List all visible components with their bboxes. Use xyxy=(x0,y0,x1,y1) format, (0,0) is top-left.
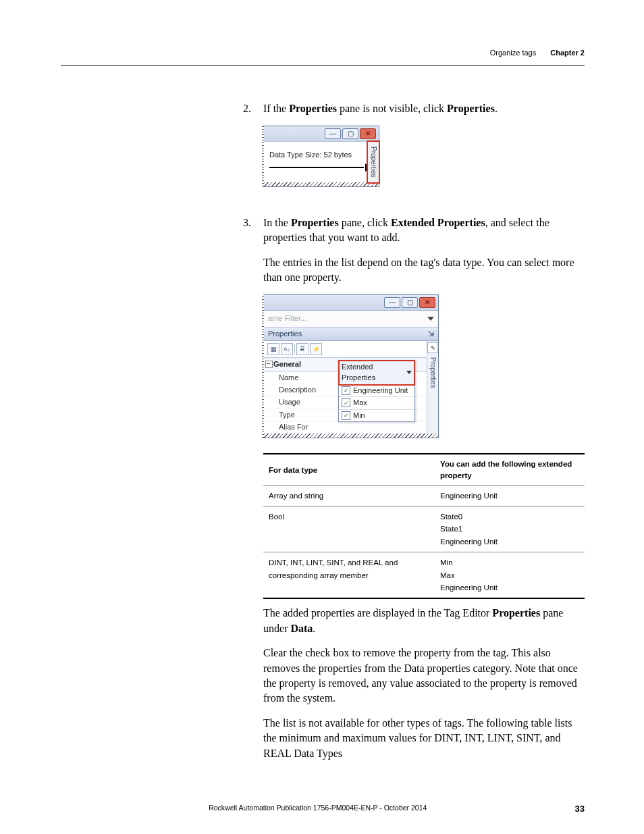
torn-edge xyxy=(264,434,438,438)
datatype-table: For data type You can add the following … xyxy=(263,453,585,599)
cell-extprop: MinMaxEngineering Unit xyxy=(435,552,585,599)
window: — ▢ ✕ ame Filter... Properties ⇲ xyxy=(263,294,439,438)
dropdown-option[interactable]: ✓Min xyxy=(339,410,414,421)
step-body: If the Properties pane is not visible, c… xyxy=(263,101,585,206)
datatype-size-label: Data Type Size: 52 bytes xyxy=(269,151,352,159)
properties-tab[interactable]: Properties xyxy=(428,357,437,388)
option-label: Max xyxy=(353,398,367,408)
dropdown-option[interactable]: ✓Max xyxy=(339,397,414,409)
maximize-button[interactable]: ▢ xyxy=(342,128,358,139)
window-body: Data Type Size: 52 bytes Properties xyxy=(264,141,379,182)
page-header: Organize tags Chapter 2 xyxy=(61,49,585,57)
content: 2. If the Properties pane is not visible… xyxy=(235,101,585,780)
extended-properties-dropdown: Extended Properties ✓Engineering Unit✓Ma… xyxy=(338,360,415,422)
close-button[interactable]: ✕ xyxy=(419,297,435,308)
name-filter-input[interactable]: ame Filter... xyxy=(264,311,438,327)
step-number: 2. xyxy=(235,101,251,206)
option-label: Min xyxy=(353,411,365,421)
properties-tab[interactable]: Properties xyxy=(367,140,380,183)
table-row: Array and stringEngineering Unit xyxy=(263,485,585,506)
properties-panel-header: Properties ⇲ xyxy=(264,328,438,341)
step-number: 3. xyxy=(235,215,251,771)
page-footer: Rockwell Automation Publication 1756-PM0… xyxy=(61,804,585,814)
property-value[interactable] xyxy=(356,421,427,433)
header-rule xyxy=(61,65,585,66)
table-row: BoolState0State1Engineering Unit xyxy=(263,506,585,552)
step-body: In the Properties pane, click Extended P… xyxy=(263,215,585,771)
cell-extprop: State0State1Engineering Unit xyxy=(435,506,585,552)
chevron-down-icon xyxy=(427,317,434,321)
chevron-down-icon xyxy=(406,371,412,374)
arrow-icon xyxy=(269,163,373,172)
cell-datatype: Array and string xyxy=(263,485,435,506)
window-buttons: — ▢ ✕ xyxy=(264,126,379,141)
publication-id: Rockwell Automation Publication 1756-PM0… xyxy=(61,804,575,814)
window-buttons: — ▢ ✕ xyxy=(264,295,438,311)
cell-datatype: Bool xyxy=(263,506,435,552)
lightning-icon[interactable]: ⚡ xyxy=(310,343,322,355)
cell-datatype: DINT, INT, LINT, SINT, and REAL and corr… xyxy=(263,552,435,599)
window: — ▢ ✕ Data Type Size: 52 bytes Propertie… xyxy=(263,126,379,186)
table-row: DINT, INT, LINT, SINT, and REAL and corr… xyxy=(263,552,585,599)
checkbox[interactable]: ✓ xyxy=(342,411,350,420)
dropdown-option[interactable]: ✓Engineering Unit xyxy=(339,385,414,397)
sort-az-icon[interactable]: A↓ xyxy=(281,343,293,355)
property-label: Alias For xyxy=(264,421,356,433)
paragraph: Clear the check box to remove the proper… xyxy=(263,646,585,706)
minimize-button[interactable]: — xyxy=(325,128,341,139)
step3-note: The entries in the list depend on the ta… xyxy=(263,255,585,286)
paragraph: The added properties are displayed in th… xyxy=(263,606,585,636)
cell-extprop: Engineering Unit xyxy=(435,485,585,506)
categorize-icon[interactable]: ▦ xyxy=(267,343,279,355)
step-2: 2. If the Properties pane is not visible… xyxy=(235,101,585,206)
page-number: 33 xyxy=(575,804,585,814)
figure-properties-tab: — ▢ ✕ Data Type Size: 52 bytes Propertie… xyxy=(263,126,585,186)
properties-body: ▦ A↓ ≣ ⚡ General NameDescriptionUsageLoc… xyxy=(264,341,438,434)
table-header-extprop: You can add the following extended prope… xyxy=(435,454,585,485)
maximize-button[interactable]: ▢ xyxy=(402,297,418,308)
header-section: Organize tags xyxy=(490,49,536,57)
checkbox[interactable]: ✓ xyxy=(342,398,350,407)
close-button[interactable]: ✕ xyxy=(360,128,376,139)
torn-edge xyxy=(264,182,379,186)
option-label: Engineering Unit xyxy=(353,386,408,396)
step-3: 3. In the Properties pane, click Extende… xyxy=(235,215,585,771)
checkbox[interactable]: ✓ xyxy=(342,386,350,395)
table-header-datatype: For data type xyxy=(263,454,435,485)
paragraph: The list is not available for other type… xyxy=(263,716,585,761)
page: Organize tags Chapter 2 2. If the Proper… xyxy=(0,0,644,834)
pin-icon[interactable]: ⇲ xyxy=(428,329,434,339)
sidebar-new-icon[interactable]: ✎ xyxy=(427,342,438,353)
properties-sidebar: ✎ Properties xyxy=(427,341,438,434)
property-row[interactable]: Alias For xyxy=(264,421,427,434)
minimize-button[interactable]: — xyxy=(384,297,400,308)
list-icon[interactable]: ≣ xyxy=(296,343,308,355)
header-chapter: Chapter 2 xyxy=(550,49,585,57)
properties-toolbar: ▦ A↓ ≣ ⚡ xyxy=(264,341,427,358)
figure-properties-pane: — ▢ ✕ ame Filter... Properties ⇲ xyxy=(263,294,585,438)
extended-properties-button[interactable]: Extended Properties xyxy=(339,361,414,385)
